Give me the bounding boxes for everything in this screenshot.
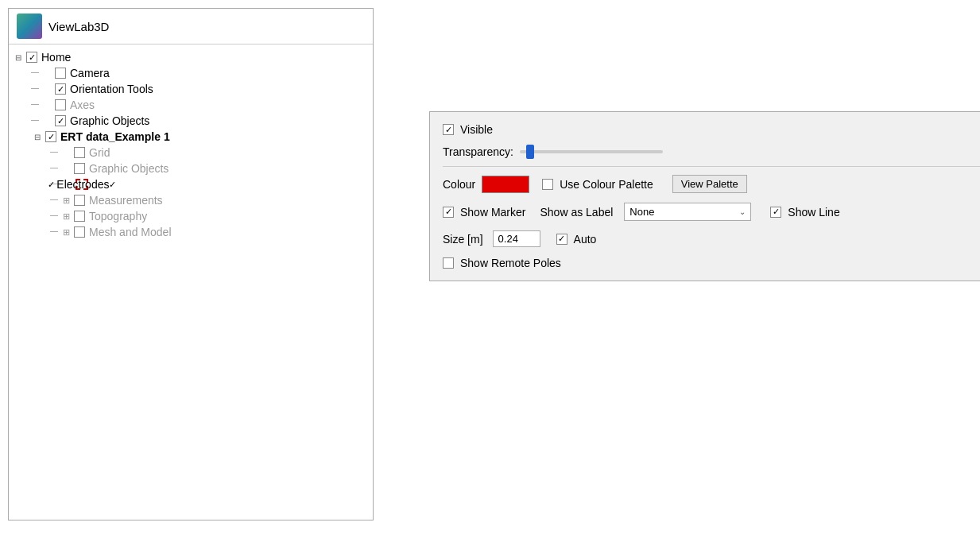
transparency-label: Transparency: (443, 145, 513, 158)
label-camera: Camera (70, 67, 110, 79)
show-as-label-label: Show as Label (540, 206, 613, 219)
checkbox-home[interactable] (26, 52, 37, 63)
dropdown-arrow-icon: ⌄ (739, 207, 746, 216)
show-remote-poles-row: Show Remote Poles (443, 257, 980, 269)
colour-swatch[interactable] (482, 176, 529, 193)
properties-panel: Visible Transparency: Colour Use Colour … (429, 111, 980, 281)
use-colour-palette-label: Use Colour Palette (560, 178, 653, 191)
auto-label: Auto (574, 233, 597, 246)
colour-label: Colour (443, 178, 475, 191)
expand-mesh-model[interactable]: ⊞ (60, 226, 72, 238)
checkbox-measurements[interactable] (74, 195, 85, 206)
tree-item-electrodes[interactable]: ✓ Electrodes (9, 176, 373, 192)
checkbox-ert[interactable] (45, 131, 56, 142)
checkbox-graphic-objects-top[interactable] (55, 115, 66, 126)
app-icon (17, 14, 42, 39)
show-remote-poles-label: Show Remote Poles (460, 257, 561, 269)
left-panel: ViewLab3D ⊟ Home Camera Orientation Tool… (8, 8, 374, 520)
label-graphic-objects-ert: Graphic Objects (89, 162, 168, 175)
expand-placeholder-graphic-objects (41, 114, 53, 127)
tree-item-orientation[interactable]: Orientation Tools (9, 81, 373, 97)
show-as-label-dropdown[interactable]: None ⌄ (624, 203, 751, 221)
expand-placeholder-orientation (41, 83, 53, 95)
checkbox-electrodes[interactable]: ✓ Electrodes (76, 179, 88, 190)
expand-placeholder-axes (41, 99, 53, 111)
size-row: Size [m] Auto (443, 230, 980, 247)
tree-container: ⊟ Home Camera Orientation Tools Axes (9, 44, 373, 520)
right-area: Visible Transparency: Colour Use Colour … (382, 0, 980, 534)
label-topography: Topography (89, 210, 147, 222)
show-marker-row: Show Marker Show as Label None ⌄ Show Li… (443, 203, 980, 221)
show-remote-poles-checkbox[interactable] (443, 257, 454, 269)
checkbox-grid[interactable] (74, 147, 85, 158)
checkbox-orientation[interactable] (55, 83, 66, 95)
tree-item-ert[interactable]: ⊟ ERT data_Example 1 (9, 129, 373, 145)
label-home: Home (41, 51, 71, 64)
tree-item-mesh-model[interactable]: ⊞ Mesh and Model (9, 224, 373, 240)
label-electrodes: Electrodes (56, 178, 109, 191)
expand-placeholder-grid (60, 146, 72, 159)
visible-checkbox[interactable] (443, 124, 454, 135)
checkbox-topography[interactable] (74, 211, 85, 222)
show-as-label-value: None (629, 206, 654, 218)
visible-row: Visible (443, 123, 980, 136)
expand-home[interactable]: ⊟ (12, 51, 25, 64)
checkbox-graphic-objects-ert[interactable] (74, 163, 85, 174)
transparency-slider[interactable] (520, 150, 663, 153)
auto-checkbox[interactable] (556, 234, 567, 245)
expand-topography[interactable]: ⊞ (60, 210, 72, 222)
label-axes: Axes (70, 99, 95, 111)
tree-item-camera[interactable]: Camera (9, 65, 373, 81)
label-graphic-objects-top: Graphic Objects (70, 114, 149, 127)
show-marker-label: Show Marker (460, 206, 525, 219)
checkbox-mesh-model[interactable] (74, 226, 85, 238)
tree-item-measurements[interactable]: ⊞ Measurements (9, 192, 373, 208)
transparency-thumb[interactable] (526, 145, 534, 159)
label-orientation: Orientation Tools (70, 83, 153, 95)
app-title: ViewLab3D (48, 20, 109, 33)
label-mesh-model: Mesh and Model (89, 226, 172, 238)
checkbox-axes[interactable] (55, 99, 66, 110)
transparency-row: Transparency: (443, 145, 980, 167)
size-input[interactable] (493, 230, 540, 247)
show-line-checkbox[interactable] (770, 207, 781, 218)
expand-measurements[interactable]: ⊞ (60, 194, 72, 207)
tree-item-graphic-objects-top[interactable]: Graphic Objects (9, 113, 373, 129)
show-line-label: Show Line (788, 206, 839, 219)
colour-row: Colour Use Colour Palette View Palette (443, 175, 980, 193)
show-marker-checkbox[interactable] (443, 207, 454, 218)
label-measurements: Measurements (89, 194, 163, 207)
size-label: Size [m] (443, 233, 483, 246)
expand-ert[interactable]: ⊟ (31, 130, 44, 143)
tree-item-axes[interactable]: Axes (9, 97, 373, 113)
expand-placeholder-graphic-ert (60, 162, 72, 175)
app-header: ViewLab3D (9, 9, 373, 44)
label-grid: Grid (89, 146, 110, 159)
visible-label: Visible (460, 123, 493, 136)
tree-item-grid[interactable]: Grid (9, 145, 373, 161)
label-ert: ERT data_Example 1 (60, 130, 170, 143)
checkbox-camera[interactable] (55, 68, 66, 79)
view-palette-button[interactable]: View Palette (672, 175, 747, 193)
tree-item-home[interactable]: ⊟ Home (9, 49, 373, 65)
tree-item-graphic-objects-ert[interactable]: Graphic Objects (9, 161, 373, 176)
expand-placeholder-camera (41, 67, 53, 79)
use-colour-palette-checkbox[interactable] (542, 179, 553, 190)
tree-item-topography[interactable]: ⊞ Topography (9, 208, 373, 224)
